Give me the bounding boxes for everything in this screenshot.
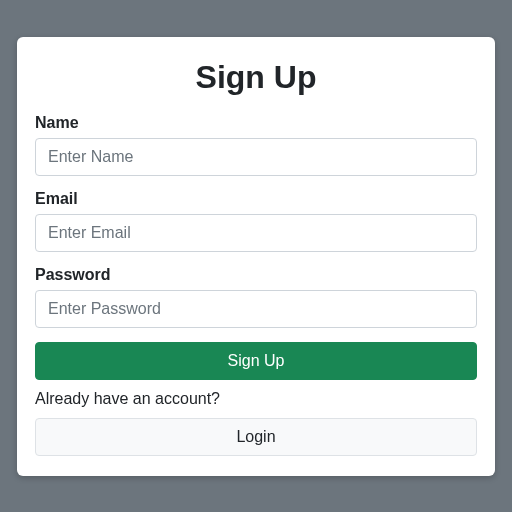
- name-input[interactable]: [35, 138, 477, 176]
- password-group: Password: [35, 266, 477, 328]
- login-prompt-text: Already have an account?: [35, 390, 477, 408]
- name-group: Name: [35, 114, 477, 176]
- email-group: Email: [35, 190, 477, 252]
- password-label: Password: [35, 266, 477, 284]
- signup-button[interactable]: Sign Up: [35, 342, 477, 380]
- email-label: Email: [35, 190, 477, 208]
- signup-card: Sign Up Name Email Password Sign Up Alre…: [17, 37, 495, 476]
- email-input[interactable]: [35, 214, 477, 252]
- page-title: Sign Up: [35, 59, 477, 96]
- login-button[interactable]: Login: [35, 418, 477, 456]
- password-input[interactable]: [35, 290, 477, 328]
- name-label: Name: [35, 114, 477, 132]
